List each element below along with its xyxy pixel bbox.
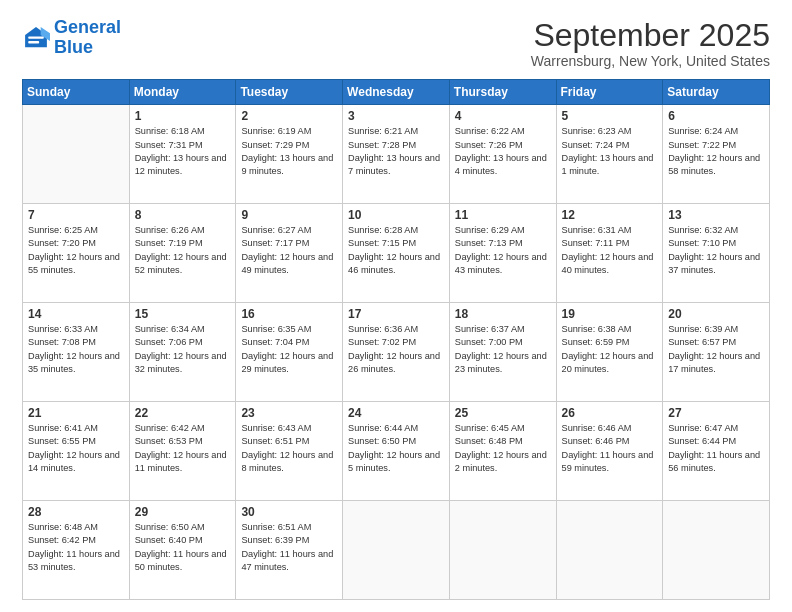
table-row: 25Sunrise: 6:45 AMSunset: 6:48 PMDayligh… bbox=[449, 402, 556, 501]
day-number: 30 bbox=[241, 505, 337, 519]
logo-text: General Blue bbox=[54, 18, 121, 58]
day-number: 4 bbox=[455, 109, 551, 123]
day-number: 20 bbox=[668, 307, 764, 321]
table-row: 16Sunrise: 6:35 AMSunset: 7:04 PMDayligh… bbox=[236, 303, 343, 402]
table-row: 10Sunrise: 6:28 AMSunset: 7:15 PMDayligh… bbox=[343, 204, 450, 303]
day-info: Sunrise: 6:35 AMSunset: 7:04 PMDaylight:… bbox=[241, 323, 337, 376]
table-row: 30Sunrise: 6:51 AMSunset: 6:39 PMDayligh… bbox=[236, 501, 343, 600]
day-number: 25 bbox=[455, 406, 551, 420]
day-info: Sunrise: 6:46 AMSunset: 6:46 PMDaylight:… bbox=[562, 422, 658, 475]
table-row bbox=[556, 501, 663, 600]
day-info: Sunrise: 6:24 AMSunset: 7:22 PMDaylight:… bbox=[668, 125, 764, 178]
title-block: September 2025 Warrensburg, New York, Un… bbox=[531, 18, 770, 69]
day-number: 19 bbox=[562, 307, 658, 321]
day-number: 10 bbox=[348, 208, 444, 222]
day-number: 23 bbox=[241, 406, 337, 420]
calendar-week-row: 28Sunrise: 6:48 AMSunset: 6:42 PMDayligh… bbox=[23, 501, 770, 600]
day-info: Sunrise: 6:38 AMSunset: 6:59 PMDaylight:… bbox=[562, 323, 658, 376]
day-info: Sunrise: 6:48 AMSunset: 6:42 PMDaylight:… bbox=[28, 521, 124, 574]
day-number: 15 bbox=[135, 307, 231, 321]
table-row: 14Sunrise: 6:33 AMSunset: 7:08 PMDayligh… bbox=[23, 303, 130, 402]
day-info: Sunrise: 6:39 AMSunset: 6:57 PMDaylight:… bbox=[668, 323, 764, 376]
day-info: Sunrise: 6:23 AMSunset: 7:24 PMDaylight:… bbox=[562, 125, 658, 178]
day-number: 16 bbox=[241, 307, 337, 321]
table-row bbox=[449, 501, 556, 600]
day-info: Sunrise: 6:47 AMSunset: 6:44 PMDaylight:… bbox=[668, 422, 764, 475]
table-row: 5Sunrise: 6:23 AMSunset: 7:24 PMDaylight… bbox=[556, 105, 663, 204]
day-number: 6 bbox=[668, 109, 764, 123]
table-row: 3Sunrise: 6:21 AMSunset: 7:28 PMDaylight… bbox=[343, 105, 450, 204]
day-info: Sunrise: 6:19 AMSunset: 7:29 PMDaylight:… bbox=[241, 125, 337, 178]
day-number: 27 bbox=[668, 406, 764, 420]
table-row: 2Sunrise: 6:19 AMSunset: 7:29 PMDaylight… bbox=[236, 105, 343, 204]
calendar-week-row: 1Sunrise: 6:18 AMSunset: 7:31 PMDaylight… bbox=[23, 105, 770, 204]
logo-icon bbox=[22, 24, 50, 52]
table-row: 13Sunrise: 6:32 AMSunset: 7:10 PMDayligh… bbox=[663, 204, 770, 303]
day-number: 28 bbox=[28, 505, 124, 519]
day-info: Sunrise: 6:36 AMSunset: 7:02 PMDaylight:… bbox=[348, 323, 444, 376]
col-wednesday: Wednesday bbox=[343, 80, 450, 105]
table-row: 28Sunrise: 6:48 AMSunset: 6:42 PMDayligh… bbox=[23, 501, 130, 600]
svg-rect-3 bbox=[28, 41, 39, 43]
table-row: 15Sunrise: 6:34 AMSunset: 7:06 PMDayligh… bbox=[129, 303, 236, 402]
calendar-week-row: 14Sunrise: 6:33 AMSunset: 7:08 PMDayligh… bbox=[23, 303, 770, 402]
day-number: 8 bbox=[135, 208, 231, 222]
table-row: 20Sunrise: 6:39 AMSunset: 6:57 PMDayligh… bbox=[663, 303, 770, 402]
table-row: 11Sunrise: 6:29 AMSunset: 7:13 PMDayligh… bbox=[449, 204, 556, 303]
table-row: 12Sunrise: 6:31 AMSunset: 7:11 PMDayligh… bbox=[556, 204, 663, 303]
logo: General Blue bbox=[22, 18, 121, 58]
day-info: Sunrise: 6:50 AMSunset: 6:40 PMDaylight:… bbox=[135, 521, 231, 574]
day-info: Sunrise: 6:21 AMSunset: 7:28 PMDaylight:… bbox=[348, 125, 444, 178]
day-info: Sunrise: 6:44 AMSunset: 6:50 PMDaylight:… bbox=[348, 422, 444, 475]
col-sunday: Sunday bbox=[23, 80, 130, 105]
day-number: 22 bbox=[135, 406, 231, 420]
day-info: Sunrise: 6:51 AMSunset: 6:39 PMDaylight:… bbox=[241, 521, 337, 574]
col-saturday: Saturday bbox=[663, 80, 770, 105]
table-row: 24Sunrise: 6:44 AMSunset: 6:50 PMDayligh… bbox=[343, 402, 450, 501]
location: Warrensburg, New York, United States bbox=[531, 53, 770, 69]
col-thursday: Thursday bbox=[449, 80, 556, 105]
day-number: 7 bbox=[28, 208, 124, 222]
calendar-header-row: Sunday Monday Tuesday Wednesday Thursday… bbox=[23, 80, 770, 105]
day-info: Sunrise: 6:31 AMSunset: 7:11 PMDaylight:… bbox=[562, 224, 658, 277]
day-number: 14 bbox=[28, 307, 124, 321]
table-row: 18Sunrise: 6:37 AMSunset: 7:00 PMDayligh… bbox=[449, 303, 556, 402]
table-row: 7Sunrise: 6:25 AMSunset: 7:20 PMDaylight… bbox=[23, 204, 130, 303]
table-row: 9Sunrise: 6:27 AMSunset: 7:17 PMDaylight… bbox=[236, 204, 343, 303]
day-info: Sunrise: 6:32 AMSunset: 7:10 PMDaylight:… bbox=[668, 224, 764, 277]
day-info: Sunrise: 6:45 AMSunset: 6:48 PMDaylight:… bbox=[455, 422, 551, 475]
table-row: 27Sunrise: 6:47 AMSunset: 6:44 PMDayligh… bbox=[663, 402, 770, 501]
day-number: 3 bbox=[348, 109, 444, 123]
table-row: 1Sunrise: 6:18 AMSunset: 7:31 PMDaylight… bbox=[129, 105, 236, 204]
table-row: 19Sunrise: 6:38 AMSunset: 6:59 PMDayligh… bbox=[556, 303, 663, 402]
day-info: Sunrise: 6:27 AMSunset: 7:17 PMDaylight:… bbox=[241, 224, 337, 277]
logo-line1: General bbox=[54, 17, 121, 37]
day-info: Sunrise: 6:34 AMSunset: 7:06 PMDaylight:… bbox=[135, 323, 231, 376]
day-info: Sunrise: 6:41 AMSunset: 6:55 PMDaylight:… bbox=[28, 422, 124, 475]
day-number: 13 bbox=[668, 208, 764, 222]
calendar-week-row: 7Sunrise: 6:25 AMSunset: 7:20 PMDaylight… bbox=[23, 204, 770, 303]
day-info: Sunrise: 6:26 AMSunset: 7:19 PMDaylight:… bbox=[135, 224, 231, 277]
col-monday: Monday bbox=[129, 80, 236, 105]
table-row bbox=[663, 501, 770, 600]
day-number: 29 bbox=[135, 505, 231, 519]
day-info: Sunrise: 6:29 AMSunset: 7:13 PMDaylight:… bbox=[455, 224, 551, 277]
day-number: 26 bbox=[562, 406, 658, 420]
day-info: Sunrise: 6:33 AMSunset: 7:08 PMDaylight:… bbox=[28, 323, 124, 376]
logo-line2: Blue bbox=[54, 37, 93, 57]
day-number: 5 bbox=[562, 109, 658, 123]
table-row: 21Sunrise: 6:41 AMSunset: 6:55 PMDayligh… bbox=[23, 402, 130, 501]
table-row: 22Sunrise: 6:42 AMSunset: 6:53 PMDayligh… bbox=[129, 402, 236, 501]
day-number: 17 bbox=[348, 307, 444, 321]
day-number: 1 bbox=[135, 109, 231, 123]
header: General Blue September 2025 Warrensburg,… bbox=[22, 18, 770, 69]
day-number: 9 bbox=[241, 208, 337, 222]
table-row: 29Sunrise: 6:50 AMSunset: 6:40 PMDayligh… bbox=[129, 501, 236, 600]
table-row: 26Sunrise: 6:46 AMSunset: 6:46 PMDayligh… bbox=[556, 402, 663, 501]
table-row: 6Sunrise: 6:24 AMSunset: 7:22 PMDaylight… bbox=[663, 105, 770, 204]
month-title: September 2025 bbox=[531, 18, 770, 53]
day-number: 18 bbox=[455, 307, 551, 321]
table-row: 8Sunrise: 6:26 AMSunset: 7:19 PMDaylight… bbox=[129, 204, 236, 303]
col-tuesday: Tuesday bbox=[236, 80, 343, 105]
table-row bbox=[343, 501, 450, 600]
